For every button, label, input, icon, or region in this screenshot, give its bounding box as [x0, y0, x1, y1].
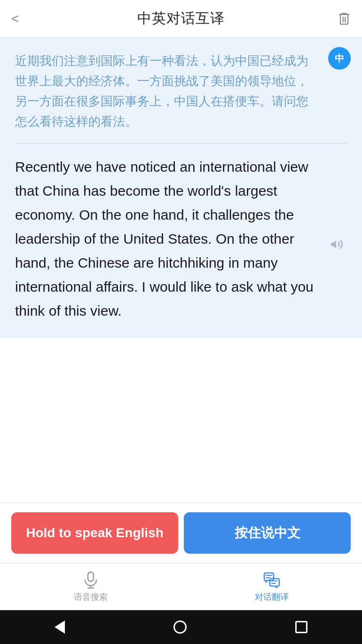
- delete-button[interactable]: [332, 11, 351, 26]
- android-home-button[interactable]: [173, 620, 187, 634]
- android-navigation-bar: [0, 610, 362, 644]
- bottom-navigation: 语音搜索 对话翻译: [0, 563, 362, 610]
- svg-rect-10: [270, 579, 279, 586]
- nav-item-dialog-translate[interactable]: 对话翻译: [181, 564, 362, 610]
- android-back-icon: [55, 620, 65, 634]
- avatar-label: 中: [335, 52, 344, 65]
- trash-icon: [338, 11, 351, 26]
- hold-to-speak-english-button[interactable]: Hold to speak English: [11, 512, 178, 554]
- message-divider: [15, 143, 347, 143]
- android-recent-icon: [295, 621, 307, 633]
- svg-rect-4: [88, 572, 94, 581]
- svg-marker-3: [331, 240, 336, 248]
- android-back-button[interactable]: [55, 620, 65, 634]
- header: < 中英对话互译: [0, 0, 362, 38]
- english-translation-container: Recently we have noticed an internationa…: [15, 155, 347, 338]
- nav-dialog-translate-label: 对话翻译: [255, 591, 289, 603]
- message-block: 中 近期我们注意到国际上有一种看法，认为中国已经成为世界上最大的经济体。一方面挑…: [0, 38, 362, 338]
- chinese-message-text: 近期我们注意到国际上有一种看法，认为中国已经成为世界上最大的经济体。一方面挑战了…: [15, 51, 347, 143]
- back-button[interactable]: <: [11, 11, 30, 26]
- content-area: 中 近期我们注意到国际上有一种看法，认为中国已经成为世界上最大的经济体。一方面挑…: [0, 38, 362, 502]
- microphone-icon: [82, 572, 99, 588]
- nav-voice-search-label: 语音搜索: [74, 591, 108, 603]
- android-home-icon: [173, 620, 187, 634]
- avatar: 中: [328, 47, 351, 70]
- back-chevron: <: [11, 11, 19, 26]
- svg-rect-7: [264, 573, 274, 580]
- speaker-icon[interactable]: [330, 238, 343, 254]
- nav-item-voice-search[interactable]: 语音搜索: [0, 564, 181, 610]
- chat-icon: [263, 572, 280, 588]
- page-title: 中英对话互译: [137, 9, 225, 28]
- action-buttons-area: Hold to speak English 按住说中文: [0, 502, 362, 563]
- english-message-text: Recently we have noticed an internationa…: [15, 155, 347, 323]
- svg-rect-0: [340, 14, 348, 24]
- hold-to-speak-chinese-button[interactable]: 按住说中文: [184, 512, 351, 554]
- android-recent-button[interactable]: [295, 621, 307, 633]
